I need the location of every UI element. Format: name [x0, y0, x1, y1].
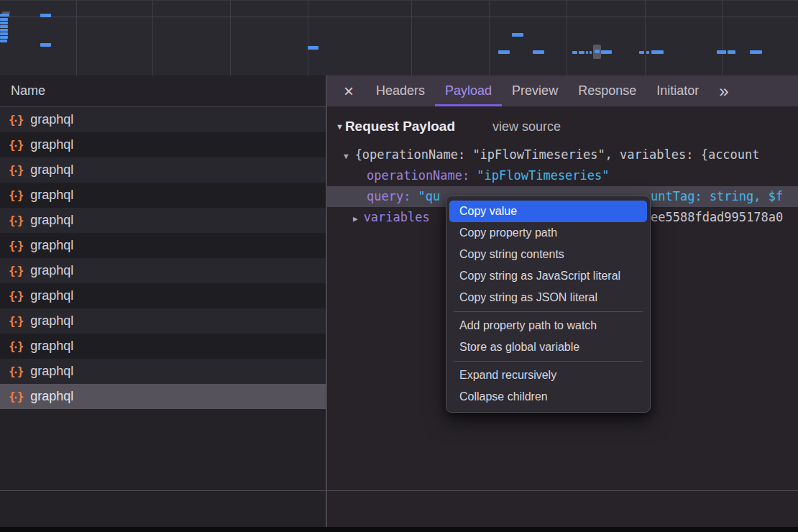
property-preview-end: ee5588fdad995178a0 — [651, 207, 783, 228]
request-name: graphql — [30, 213, 73, 228]
menu-item-copy-string-as-javascript-literal[interactable]: Copy string as JavaScript literal — [449, 265, 647, 287]
timeline-request-bar — [40, 43, 51, 47]
request-name: graphql — [30, 238, 73, 253]
timeline-gridline — [567, 1, 567, 75]
menu-item-add-property-path-to-watch[interactable]: Add property path to watch — [449, 315, 647, 336]
menu-item-copy-string-contents[interactable]: Copy string contents — [449, 244, 647, 265]
request-row[interactable]: {}graphql — [0, 334, 326, 359]
request-rows: {}graphql{}graphql{}graphql{}graphql{}gr… — [0, 107, 326, 409]
network-overview-timeline[interactable] — [0, 0, 798, 76]
request-row[interactable]: {}graphql — [0, 183, 326, 208]
timeline-request-bar — [0, 22, 8, 24]
timeline-gridline — [76, 1, 77, 75]
expand-triangle-icon[interactable]: ▶ — [353, 214, 358, 224]
timeline-request-bar — [590, 51, 592, 54]
timeline-gridline — [411, 1, 412, 75]
menu-item-copy-property-path[interactable]: Copy property path — [449, 222, 647, 244]
timeline-gridline — [0, 17, 798, 17]
timeline-request-bar — [651, 50, 664, 54]
tab-preview[interactable]: Preview — [502, 75, 568, 106]
timeline-request-bar — [579, 51, 584, 54]
timeline-request-bar — [512, 33, 523, 37]
view-source-link[interactable]: view source — [492, 119, 561, 134]
close-icon[interactable]: × — [337, 81, 360, 101]
timeline-request-bar — [601, 50, 612, 54]
timeline-gridline — [489, 1, 490, 75]
json-braces-icon: {} — [9, 289, 25, 303]
details-tabs: HeadersPayloadPreviewResponseInitiator — [366, 75, 709, 106]
request-row[interactable]: {}graphql — [0, 308, 326, 334]
summary-bar-divider — [0, 490, 798, 491]
property-value-end: untTag: string, $f — [651, 186, 783, 207]
request-name: graphql — [30, 339, 73, 354]
menu-item-copy-string-as-json-literal[interactable]: Copy string as JSON literal — [449, 287, 647, 308]
payload-row-operationname[interactable]: operationName:"ipFlowTimeseries" — [327, 165, 798, 186]
json-braces-icon: {} — [9, 214, 25, 227]
json-braces-icon: {} — [9, 113, 25, 127]
tab-payload[interactable]: Payload — [435, 75, 502, 106]
request-row[interactable]: {}graphql — [0, 132, 326, 157]
request-name: graphql — [30, 188, 73, 203]
timeline-request-bar — [0, 14, 9, 17]
menu-item-collapse-children[interactable]: Collapse children — [449, 386, 647, 408]
request-row[interactable]: {}graphql — [0, 359, 326, 384]
menu-divider — [454, 311, 643, 312]
collapse-triangle-icon[interactable]: ▼ — [336, 122, 344, 131]
requests-table: Name {}graphql{}graphql{}graphql{}graphq… — [0, 75, 326, 527]
menu-item-expand-recursively[interactable]: Expand recursively — [449, 364, 647, 386]
name-column-header[interactable]: Name — [0, 75, 326, 107]
window-bottom-edge — [0, 527, 798, 532]
timeline-request-bar — [717, 50, 726, 54]
timeline-request-bar — [0, 25, 8, 28]
timeline-request-bar — [750, 50, 762, 54]
timeline-request-bar — [0, 36, 8, 39]
section-title: Request Payload — [345, 119, 455, 134]
request-row[interactable]: {}graphql — [0, 107, 326, 132]
request-name: graphql — [30, 162, 73, 178]
timeline-request-bar — [0, 29, 8, 32]
context-menu: Copy valueCopy property pathCopy string … — [446, 196, 651, 413]
timeline-gridline — [152, 1, 153, 75]
request-name: graphql — [30, 313, 73, 329]
payload-preview-text: {operationName: "ipFlowTimeseries", vari… — [355, 147, 760, 162]
tab-response[interactable]: Response — [568, 75, 646, 106]
request-row[interactable]: {}graphql — [0, 283, 326, 308]
menu-item-copy-value[interactable]: Copy value — [449, 201, 647, 222]
property-value: "ipFlowTimeseries" — [477, 168, 609, 183]
property-key: variables — [364, 210, 430, 224]
timeline-request-bar — [0, 40, 7, 42]
json-braces-icon: {} — [9, 339, 25, 353]
timeline-request-bar — [498, 50, 510, 54]
request-name: graphql — [30, 112, 73, 127]
request-name: graphql — [30, 389, 73, 404]
json-braces-icon: {} — [9, 188, 25, 202]
timeline-request-bar — [308, 46, 318, 50]
request-name: graphql — [30, 364, 73, 379]
menu-item-store-as-global-variable[interactable]: Store as global variable — [449, 336, 647, 358]
request-row[interactable]: {}graphql — [0, 258, 326, 283]
request-row[interactable]: {}graphql — [0, 384, 326, 409]
name-column-label: Name — [11, 83, 45, 98]
tab-headers[interactable]: Headers — [366, 75, 435, 106]
menu-divider — [454, 361, 643, 362]
payload-root-row[interactable]: ▼{operationName: "ipFlowTimeseries", var… — [327, 145, 798, 165]
expanded-triangle-icon[interactable]: ▼ — [344, 152, 349, 161]
more-tabs-icon[interactable]: » — [719, 81, 729, 101]
request-payload-section-header: ▼ Request Payload view source — [327, 119, 798, 134]
json-braces-icon: {} — [9, 390, 25, 403]
details-tab-bar: × HeadersPayloadPreviewResponseInitiator… — [327, 75, 798, 106]
request-row[interactable]: {}graphql — [0, 157, 326, 183]
timeline-gridline — [645, 1, 646, 75]
request-row[interactable]: {}graphql — [0, 233, 326, 258]
timeline-request-bar — [572, 51, 577, 54]
request-row[interactable]: {}graphql — [0, 208, 326, 233]
property-key: operationName: — [367, 168, 469, 183]
timeline-request-bar — [728, 50, 735, 54]
tab-initiator[interactable]: Initiator — [646, 75, 709, 106]
property-value-start: "qu — [418, 189, 440, 203]
timeline-request-bar — [0, 18, 8, 21]
request-name: graphql — [30, 288, 73, 303]
request-name: graphql — [30, 263, 73, 278]
request-name: graphql — [30, 137, 73, 152]
timeline-request-bar — [646, 51, 649, 54]
